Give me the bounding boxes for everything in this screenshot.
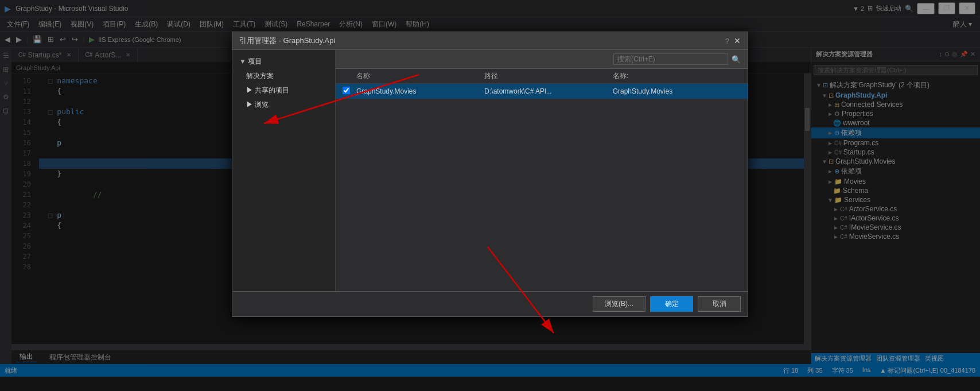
modal-left-nav: ▼ 项目 解决方案 ▶ 共享的项目 ▶ 浏览	[232, 50, 336, 291]
col-name2-header: 名称:	[613, 71, 741, 81]
modal-overlay: 引用管理器 - GraphStudy.Api ? ✕ ▼ 项目 解决方案 ▶ 共…	[0, 0, 980, 391]
modal-search-input[interactable]	[613, 53, 728, 65]
modal-nav-browse-label: ▶ 浏览	[246, 100, 269, 110]
modal-title: 引用管理器 - GraphStudy.Api	[239, 36, 335, 46]
table-row[interactable]: GraphStudy.Movies D:\atomwork\C# APl... …	[336, 84, 748, 99]
row-name: GraphStudy.Movies	[356, 87, 484, 95]
modal-help-button[interactable]: ?	[725, 37, 729, 45]
row-path: D:\atomwork\C# APl...	[484, 87, 612, 95]
reference-manager-modal: 引用管理器 - GraphStudy.Api ? ✕ ▼ 项目 解决方案 ▶ 共…	[232, 32, 748, 317]
ok-button[interactable]: 确定	[650, 296, 693, 312]
col-path-header: 路径	[484, 71, 612, 81]
modal-controls: ? ✕	[725, 36, 741, 45]
modal-title-bar: 引用管理器 - GraphStudy.Api ? ✕	[232, 32, 748, 50]
col-check-header	[343, 71, 356, 81]
modal-right-content: 🔍 名称 路径 名称: GraphStudy.Movies	[336, 50, 748, 291]
row-checkbox[interactable]	[343, 87, 350, 94]
modal-footer: 浏览(B)... 确定 取消	[232, 291, 748, 316]
modal-nav-solution[interactable]: 解决方案	[232, 69, 335, 83]
modal-nav-browse[interactable]: ▶ 浏览	[232, 98, 335, 112]
modal-search-bar: 🔍	[336, 50, 748, 69]
cancel-button[interactable]: 取消	[698, 296, 741, 312]
modal-search-icon: 🔍	[732, 55, 741, 64]
modal-left-header: ▼ 项目	[232, 55, 335, 69]
col-name-header: 名称	[356, 71, 484, 81]
row-checkbox-col	[343, 87, 356, 96]
modal-nav-shared-label: ▶ 共享的项目	[246, 86, 289, 95]
modal-close-button[interactable]: ✕	[734, 36, 741, 45]
modal-table-body: GraphStudy.Movies D:\atomwork\C# APl... …	[336, 84, 748, 291]
modal-table-header: 名称 路径 名称:	[336, 69, 748, 84]
modal-body: ▼ 项目 解决方案 ▶ 共享的项目 ▶ 浏览 🔍	[232, 50, 748, 291]
modal-left-header-text: ▼ 项目	[239, 57, 262, 65]
modal-nav-solution-label: 解决方案	[246, 71, 274, 81]
browse-button[interactable]: 浏览(B)...	[593, 296, 645, 312]
row-name2: GraphStudy.Movies	[613, 87, 741, 95]
modal-nav-shared[interactable]: ▶ 共享的项目	[232, 83, 335, 98]
